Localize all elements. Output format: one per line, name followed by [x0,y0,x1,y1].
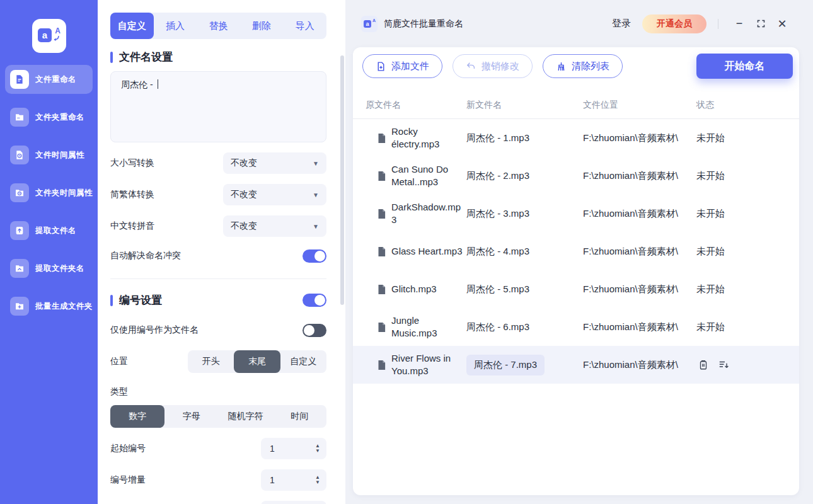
position-segmented-control: 开头 末尾 自定义 [188,350,326,373]
undo-icon [466,61,476,72]
sidebar: a A 文件重命名 文件夹重命名 文件时间属性 [0,0,98,504]
numbering-toggle[interactable] [303,294,326,307]
column-original-name: 原文件名 [353,100,466,111]
maximize-icon [756,19,766,28]
login-button[interactable]: 登录 [612,18,631,30]
section-accent-bar [110,52,113,63]
add-file-icon [376,61,386,72]
undo-label: 撤销修改 [481,60,519,72]
move-to-bottom-button[interactable] [718,359,730,370]
auto-resolve-row: 自动解决命名冲突 [110,247,326,265]
sidebar-item-label: 文件重命名 [35,74,76,85]
start-number-value: 1 [270,444,275,454]
file-icon [377,133,386,144]
type-option-letter[interactable]: 字母 [164,405,219,428]
sidebar-item-label: 提取文件夹名 [35,263,84,274]
vip-button[interactable]: 开通会员 [642,14,706,33]
settings-panel: 自定义 插入 替换 删除 导入 文件名设置 周杰伦 - 大小写转换 不改变 ▼ … [98,0,345,504]
minimize-button[interactable]: − [729,14,750,33]
auto-resolve-toggle[interactable] [303,249,326,263]
section-accent-bar [110,295,113,306]
status-text: 未开始 [696,321,799,333]
workspace: a A 简鹿文件批量重命名 登录 开通会员 − ✕ 添加文件 撤销修改 [345,0,813,504]
original-filename: Can Suno Do Metal..mp3 [391,163,466,188]
sidebar-item-extract-foldername[interactable]: 提取文件夹名 [5,254,93,283]
delete-row-button[interactable] [698,359,709,370]
file-rename-icon [10,70,29,89]
table-row[interactable]: Glass Heart.mp3 周杰伦 - 4.mp3 F:\zhuomian\… [353,232,799,270]
logo-A-icon: A [372,18,376,23]
start-rename-button[interactable]: 开始命名 [696,54,793,79]
settings-scrollbar[interactable] [340,55,344,305]
position-option-custom[interactable]: 自定义 [280,350,326,373]
maximize-button[interactable] [750,14,771,33]
file-location: F:\zhuomian\音频素材\ [583,208,696,220]
chevron-down-icon: ▼ [313,223,319,230]
partial-stepper[interactable]: ▲▼ [261,501,326,504]
case-convert-select[interactable]: 不改变 ▼ [223,152,326,174]
tradsimp-convert-select[interactable]: 不改变 ▼ [223,184,326,205]
position-option-end[interactable]: 末尾 [234,350,280,373]
case-convert-value: 不改变 [231,158,257,169]
titlebar: a A 简鹿文件批量重命名 登录 开通会员 − ✕ [345,0,813,47]
add-files-label: 添加文件 [391,60,429,72]
titlebar-divider [718,19,718,29]
file-icon [377,171,386,181]
tab-insert[interactable]: 插入 [154,13,197,39]
undo-button[interactable]: 撤销修改 [453,54,533,78]
close-button[interactable]: ✕ [771,14,793,33]
filename-section-title: 文件名设置 [119,50,326,64]
type-option-random[interactable]: 随机字符 [219,405,273,428]
stepper-arrows-icon[interactable]: ▲▼ [315,475,320,485]
toggle-knob [314,295,325,306]
new-filename: 周杰伦 - 6.mp3 [466,321,583,333]
table-row[interactable]: Jungle Music.mp3 周杰伦 - 6.mp3 F:\zhuomian… [353,308,799,346]
sidebar-item-file-rename[interactable]: 文件重命名 [5,65,93,94]
pinyin-convert-select[interactable]: 不改变 ▼ [223,215,326,237]
only-number-toggle[interactable] [303,324,326,337]
file-location: F:\zhuomian\音频素材\ [583,170,696,182]
tab-replace[interactable]: 替换 [197,13,240,39]
filename-input[interactable]: 周杰伦 - [110,71,326,142]
table-row[interactable]: Rocky électry.mp3 周杰伦 - 1.mp3 F:\zhuomia… [353,119,799,157]
titlebar-logo: a A [361,16,378,32]
file-clock-icon [10,146,29,164]
clear-list-button[interactable]: 清除列表 [543,54,623,78]
position-option-start[interactable]: 开头 [188,350,234,373]
stepper-arrows-icon[interactable]: ▲▼ [315,444,320,454]
file-list-card: 添加文件 撤销修改 清除列表 开始命名 原文件名 新文件名 文件位置 状态 [353,47,799,495]
logo-A-icon: A [55,26,61,35]
increment-stepper[interactable]: 1 ▲▼ [261,469,326,491]
case-convert-label: 大小写转换 [110,158,154,169]
position-label: 位置 [110,356,128,367]
add-files-button[interactable]: 添加文件 [362,54,442,78]
sidebar-item-file-time[interactable]: 文件时间属性 [5,140,93,169]
sidebar-item-extract-filename[interactable]: 提取文件名 [5,216,93,245]
logo-a-icon: a [38,28,52,42]
table-row-hovered[interactable]: River Flows in You.mp3 周杰伦 - 7.mp3 F:\zh… [353,346,799,384]
numbering-section-header: 编号设置 [110,293,326,307]
table-row[interactable]: Glitch.mp3 周杰伦 - 5.mp3 F:\zhuomian\音频素材\… [353,270,799,308]
new-filename: 周杰伦 - 2.mp3 [466,170,583,182]
sidebar-item-batch-create-folders[interactable]: 批量生成文件夹 [5,292,93,321]
clear-list-label: 清除列表 [572,60,609,72]
tab-delete[interactable]: 删除 [240,13,284,39]
new-filename-editable[interactable]: 周杰伦 - 7.mp3 [466,355,545,375]
start-number-row: 起始编号 1 ▲▼ [110,438,326,459]
filename-section-header: 文件名设置 [110,50,326,64]
type-option-time[interactable]: 时间 [272,405,326,428]
tab-import[interactable]: 导入 [283,13,326,39]
table-row[interactable]: Can Suno Do Metal..mp3 周杰伦 - 2.mp3 F:\zh… [353,157,799,195]
tab-custom[interactable]: 自定义 [110,13,154,39]
file-location: F:\zhuomian\音频素材\ [583,284,696,295]
type-option-number[interactable]: 数字 [110,405,164,428]
sidebar-item-folder-time[interactable]: 文件夹时间属性 [5,178,93,207]
trash-icon [698,359,709,370]
folder-clock-icon [10,183,29,202]
sidebar-item-folder-rename[interactable]: 文件夹重命名 [5,103,93,132]
start-number-stepper[interactable]: 1 ▲▼ [261,438,326,459]
file-location: F:\zhuomian\音频素材\ [583,359,696,371]
column-status: 状态 [696,100,799,111]
table-row[interactable]: DarkShadow.mp3 周杰伦 - 3.mp3 F:\zhuomian\音… [353,195,799,232]
folder-rename-icon [10,108,29,127]
